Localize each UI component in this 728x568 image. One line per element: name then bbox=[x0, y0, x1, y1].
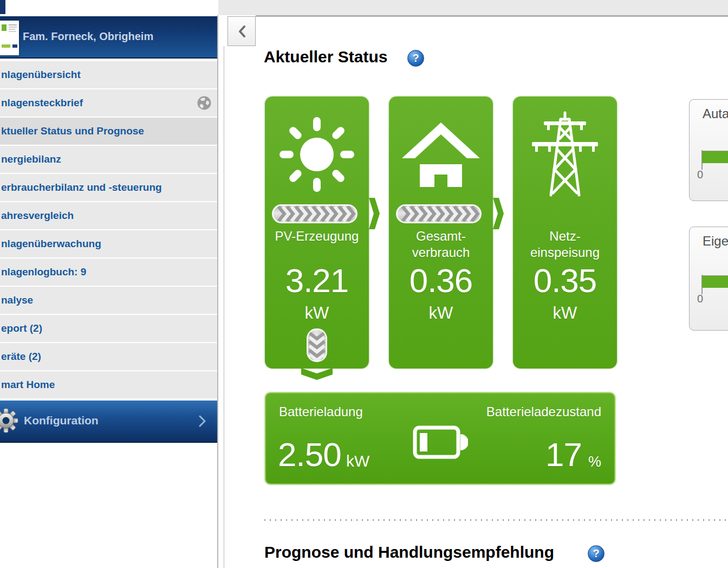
top-strip bbox=[218, 0, 728, 15]
sidebar-menu: nlagenübersicht nlagensteckbrief ktuelle… bbox=[0, 61, 217, 399]
battery-charge-unit: kW bbox=[346, 452, 369, 470]
axis-tick-label: 0 bbox=[697, 169, 703, 181]
sun-icon bbox=[265, 108, 369, 201]
sidebar-item-konfiguration[interactable]: Konfiguration bbox=[0, 401, 217, 443]
cropped-header-fragment bbox=[0, 0, 5, 14]
plant-name: Fam. Forneck, Obrigheim bbox=[23, 16, 153, 56]
globe-icon bbox=[197, 95, 212, 111]
sidebar-divider bbox=[217, 15, 218, 568]
tile-label: Gesamt-verbrauch bbox=[389, 228, 493, 261]
sidebar-item-jahresvergleich[interactable]: ahresvergleich bbox=[0, 202, 217, 229]
sidebar-item-verbraucherbilanz[interactable]: erbraucherbilanz und -steuerung bbox=[0, 174, 217, 201]
sidebar-item-label: nlagenlogbuch: 9 bbox=[1, 266, 86, 277]
sidebar-item-label: Konfiguration bbox=[24, 401, 99, 441]
sidebar-item-label: eräte (2) bbox=[1, 351, 41, 362]
self-consumption-panel: Eige 0 bbox=[689, 227, 728, 331]
sidebar: Fam. Forneck, Obrigheim nlagenübersicht … bbox=[0, 16, 217, 568]
battery-soc-label: Batterieladezustand bbox=[486, 404, 601, 419]
sidebar-item-label: nergiebilanz bbox=[1, 153, 61, 165]
battery-icon bbox=[413, 425, 468, 460]
sidebar-item-label: nalyse bbox=[1, 294, 33, 306]
sidebar-item-aktueller-status[interactable]: ktueller Status und Prognose bbox=[0, 118, 217, 145]
sidebar-item-label: nlagenübersicht bbox=[1, 69, 81, 80]
sidebar-item-anlagenueberwachung[interactable]: nlagenüberwachung bbox=[0, 230, 217, 257]
battery-soc-unit: % bbox=[588, 454, 601, 470]
sidebar-item-energiebilanz[interactable]: nergiebilanz bbox=[0, 146, 217, 173]
plant-header[interactable]: Fam. Forneck, Obrigheim bbox=[0, 16, 217, 59]
flow-pipe-right-icon bbox=[272, 204, 358, 223]
sidebar-item-label: ktueller Status und Prognose bbox=[1, 125, 144, 137]
pylon-icon bbox=[513, 108, 617, 201]
sidebar-item-label: nlagenüberwachung bbox=[1, 238, 101, 249]
sidebar-item-geraete[interactable]: eräte (2) bbox=[0, 343, 217, 370]
panel-title: Auta bbox=[703, 106, 728, 121]
panel-title: Eige bbox=[703, 234, 728, 249]
sidebar-item-label: erbraucherbilanz und -steuerung bbox=[1, 182, 162, 193]
sidebar-item-analyse[interactable]: nalyse bbox=[0, 287, 217, 314]
tile-value: 0.36 bbox=[389, 262, 493, 299]
gear-icon bbox=[0, 408, 18, 433]
help-icon[interactable]: ? bbox=[407, 50, 424, 67]
autarky-bar bbox=[702, 151, 728, 163]
sidebar-item-label: eport (2) bbox=[1, 322, 42, 334]
plant-thumbnail-image bbox=[0, 21, 19, 55]
tile-value: 3.21 bbox=[265, 262, 369, 299]
chevron-left-icon bbox=[238, 25, 246, 37]
battery-soc-value: 17 bbox=[545, 435, 582, 474]
sidebar-item-label: nlagensteckbrief bbox=[1, 97, 83, 108]
autarky-panel: Auta 0 bbox=[689, 99, 728, 201]
sidebar-item-report[interactable]: eport (2) bbox=[0, 315, 217, 342]
tile-grid-feed-in: Netz-einspeisung 0.35 kW bbox=[513, 96, 617, 369]
tile-label: Netz-einspeisung bbox=[513, 228, 617, 261]
tile-pv-generation: PV-Erzeugung 3.21 kW bbox=[265, 96, 369, 369]
section-divider bbox=[264, 519, 728, 521]
sidebar-item-anlagenuebersicht[interactable]: nlagenübersicht bbox=[0, 61, 217, 88]
chevron-right-icon bbox=[199, 415, 206, 427]
sidebar-item-label: ahresvergleich bbox=[1, 210, 74, 221]
sidebar-item-smart-home[interactable]: mart Home bbox=[0, 371, 217, 398]
battery-charge-value: 2.50 bbox=[278, 435, 341, 474]
sidebar-item-anlagenlogbuch[interactable]: nlagenlogbuch: 9 bbox=[0, 259, 217, 286]
sidebar-item-anlagensteckbrief[interactable]: nlagensteckbrief bbox=[0, 89, 217, 117]
page-title: Aktueller Status bbox=[264, 48, 387, 66]
tile-label: PV-Erzeugung bbox=[265, 228, 369, 244]
battery-charge-label: Batterieladung bbox=[279, 404, 363, 419]
flow-pipe-right-icon bbox=[396, 204, 482, 223]
tile-value: 0.35 bbox=[513, 262, 617, 299]
help-icon[interactable]: ? bbox=[588, 545, 604, 562]
self-consumption-bar bbox=[702, 275, 728, 288]
plant-thumbnail[interactable] bbox=[0, 21, 19, 55]
forecast-title: Prognose und Handlungsempfehlung bbox=[264, 543, 554, 561]
tile-unit: kW bbox=[389, 304, 493, 323]
tile-total-consumption: Gesamt-verbrauch 0.36 kW bbox=[389, 96, 493, 369]
house-icon bbox=[389, 108, 493, 201]
tile-unit: kW bbox=[265, 304, 369, 323]
axis-tick-label: 0 bbox=[697, 293, 703, 305]
sidebar-collapse-button[interactable] bbox=[227, 16, 256, 46]
sidebar-item-label: mart Home bbox=[1, 379, 55, 390]
battery-panel: Batterieladung 2.50 kW Batterieladezusta… bbox=[265, 392, 615, 485]
flow-pipe-down-icon bbox=[307, 328, 327, 362]
tile-unit: kW bbox=[513, 304, 617, 323]
